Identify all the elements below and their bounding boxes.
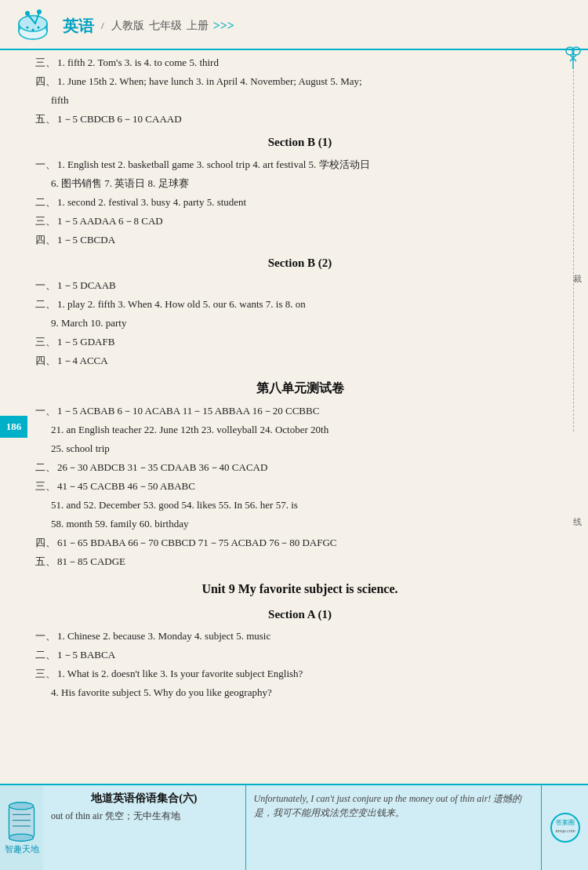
header-title-text: 英语 / 人教版 七年级 上册 >>>: [63, 16, 234, 37]
svg-rect-16: [9, 806, 34, 837]
svg-text:mxqe.com: mxqe.com: [555, 828, 575, 833]
separator: /: [101, 20, 104, 32]
bottom-col1-title: 地道英语俗语集合(六): [51, 792, 238, 806]
grade-label: 七年级: [149, 19, 182, 33]
content-line: 三、41－45 CACBB 46－50 ABABC: [35, 478, 564, 495]
content-line: 三、1. fifth 2. Tom's 3. is 4. to come 5. …: [35, 54, 564, 71]
svg-point-17: [9, 803, 33, 810]
svg-point-6: [25, 11, 30, 16]
page-container: 英语 / 人教版 七年级 上册 >>> 裁 线 186 三、1. fifth 2…: [0, 0, 588, 870]
scroll-svg: [4, 800, 39, 843]
content-line: 四、1. June 15th 2. When; have lunch 3. in…: [35, 73, 564, 90]
content-line: 一、1－5 ACBAB 6－10 ACABA 11－15 ABBAA 16－20…: [35, 402, 564, 420]
content-line: 二、1. play 2. fifth 3. When 4. How old 5.…: [35, 296, 564, 313]
content-line: fifth: [35, 92, 564, 109]
volume-label: 上册: [187, 19, 209, 33]
svg-point-7: [37, 9, 42, 14]
content-line: 二、26－30 ABDCB 31－35 CDAAB 36－40 CACAD: [35, 459, 564, 476]
label-five: 五、: [35, 111, 56, 128]
section-a1-title: Section A (1): [35, 605, 564, 625]
page-number: 186: [0, 416, 27, 438]
unit9-title: Unit 9 My favorite subject is science.: [35, 578, 564, 599]
content-line: 三、1－5 GDAFB: [35, 333, 564, 351]
main-content: 三、1. fifth 2. Tom's 3. is 4. to come 5. …: [0, 50, 588, 707]
content-line: 二、1－5 BABCA: [35, 646, 564, 664]
bottom-right-logo: 答案圈 mxqe.com: [541, 785, 588, 870]
content-line: 二、1. second 2. festival 3. busy 4. party…: [35, 194, 564, 211]
answer-circle-logo: 答案圈 mxqe.com: [550, 812, 581, 843]
svg-point-22: [551, 814, 579, 842]
subject-label: 英语: [63, 16, 94, 37]
label-three: 三、: [35, 54, 56, 71]
content-line: 一、1－5 DCAAB: [35, 277, 564, 294]
unit9-block: Unit 9 My favorite subject is science. S…: [35, 578, 564, 701]
svg-text:答案圈: 答案圈: [556, 819, 575, 826]
content-line: 51. and 52. December 53. good 54. likes …: [35, 497, 564, 514]
pre-content-block: 三、1. fifth 2. Tom's 3. is 4. to come 5. …: [35, 54, 564, 128]
content-line: 21. an English teacher 22. June 12th 23.…: [35, 421, 564, 439]
content-line: 五、1－5 CBDCB 6－10 CAAAD: [35, 111, 564, 128]
content-line: 58. month 59. family 60. birthday: [35, 515, 564, 533]
scissors-icon: [564, 46, 582, 72]
unit8-title: 第八单元测试卷: [35, 377, 564, 399]
content-line: 五、81－85 CADGE: [35, 553, 564, 570]
content-line: 三、1－5 AADAA 6－8 CAD: [35, 213, 564, 230]
content-line: 四、1－4 ACCA: [35, 352, 564, 369]
bottom-bar: 智趣天地 地道英语俗语集合(六) out of thin air 凭空；无中生有…: [0, 784, 588, 870]
bottom-col2: Unfortunately, I can't just conjure up t…: [246, 785, 541, 870]
bottom-col1-phrase: out of thin air 凭空；无中生有地: [51, 809, 238, 823]
header: 英语 / 人教版 七年级 上册 >>>: [0, 0, 588, 50]
content-line: 三、1. What is 2. doesn't like 3. Is your …: [35, 665, 564, 683]
bottom-col1: 地道英语俗语集合(六) out of thin air 凭空；无中生有地: [43, 785, 246, 870]
header-logo: [12, 6, 55, 46]
svg-point-8: [27, 27, 29, 29]
content-line: 25. school trip: [35, 440, 564, 457]
svg-point-9: [32, 29, 34, 31]
cut-line: [573, 71, 574, 431]
section-b1-title: Section B (1): [35, 133, 564, 153]
bottom-col2-text: Unfortunately, I can't just conjure up t…: [254, 792, 533, 820]
label-four: 四、: [35, 73, 56, 90]
content-line: 9. March 10. party: [35, 315, 564, 332]
content-line: 4. His favorite subject 5. Why do you li…: [35, 684, 564, 701]
svg-point-10: [38, 27, 40, 29]
content-line: 一、1. English test 2. basketball game 3. …: [35, 156, 564, 173]
content-line: 6. 图书销售 7. 英语日 8. 足球赛: [35, 175, 564, 192]
svg-point-18: [9, 834, 33, 841]
unit8-block: 第八单元测试卷 一、1－5 ACBAB 6－10 ACABA 11－15 ABB…: [35, 377, 564, 570]
content-line: 四、1－5 CBCDA: [35, 231, 564, 249]
scroll-label: 智趣天地: [5, 843, 39, 855]
publisher-label: 人教版: [111, 19, 144, 33]
bottom-content: 地道英语俗语集合(六) out of thin air 凭空；无中生有地 Unf…: [43, 785, 541, 870]
arrows: >>>: [213, 19, 234, 33]
section-b1-block: Section B (1) 一、1. English test 2. baske…: [35, 133, 564, 249]
section-b2-block: Section B (2) 一、1－5 DCAAB 二、1. play 2. f…: [35, 253, 564, 369]
section-b2-title: Section B (2): [35, 253, 564, 274]
content-line: 四、61－65 BDABA 66－70 CBBCD 71－75 ACBAD 76…: [35, 534, 564, 551]
bottom-left-icon-area: 智趣天地: [0, 785, 43, 870]
content-line: 一、1. Chinese 2. because 3. Monday 4. sub…: [35, 628, 564, 645]
